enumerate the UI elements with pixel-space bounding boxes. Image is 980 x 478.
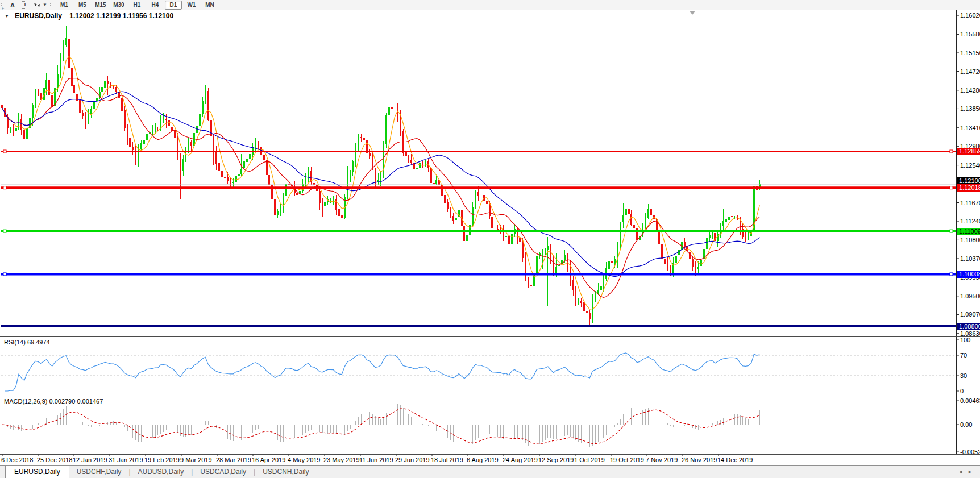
candle-body — [435, 180, 437, 184]
candle-body — [731, 216, 733, 217]
date-axis-label: 28 Mar 2019 — [216, 456, 251, 463]
candle-body — [180, 156, 181, 170]
collapse-arrow-icon[interactable]: ▼ — [5, 14, 9, 19]
candle-body — [394, 109, 396, 109]
candle-body — [90, 109, 92, 114]
candle-body — [564, 255, 566, 260]
hline-anchor — [950, 150, 953, 153]
candle-body — [182, 159, 184, 171]
candle-body — [358, 138, 359, 147]
candle-body — [410, 160, 412, 163]
candle-body — [171, 127, 173, 131]
candle-body — [622, 215, 624, 222]
arrows-tool-button[interactable]: ▼ — [33, 1, 47, 9]
label-tool-button[interactable]: T — [20, 1, 30, 9]
tab-usdcnh[interactable]: USDCNH,Daily — [255, 466, 316, 478]
candle-body — [388, 107, 390, 115]
candle-body — [595, 294, 596, 299]
candle-body — [547, 246, 549, 250]
tab-audusd[interactable]: AUDUSD,Daily — [131, 466, 192, 478]
candle-body — [232, 182, 234, 183]
chart-shift-marker[interactable] — [690, 11, 695, 15]
macd-histogram — [2, 404, 760, 448]
candle-body — [480, 196, 482, 196]
candle-body — [319, 191, 321, 203]
candle-body — [645, 218, 646, 225]
candle-body — [129, 138, 131, 147]
candle-body — [633, 225, 635, 228]
date-axis-label: 26 Nov 2019 — [682, 456, 717, 463]
candle-body — [360, 137, 362, 138]
candle-body — [277, 211, 279, 215]
timeframe-button-W1[interactable]: W1 — [183, 1, 200, 10]
candle-body — [375, 169, 376, 181]
candle-body — [583, 302, 585, 311]
candle-body — [308, 171, 309, 176]
tab-usdchf[interactable]: USDCHF,Daily — [69, 466, 129, 478]
timeframe-button-H4[interactable]: H4 — [147, 1, 164, 10]
mt4-window: F A T ▼ M1M5M15M30H1H4D1W1MN ▼ EURUSD,Da… — [0, 0, 980, 478]
price-tick-label: 1.16020 — [960, 13, 980, 19]
tab-scroll-arrows[interactable]: ◄► — [958, 469, 977, 475]
price-tick-label: 1.11240 — [960, 218, 980, 225]
macd-indicator-label: MACD(12,26,9) 0.002790 0.001467 — [4, 398, 103, 405]
text-tool-icon: A — [10, 2, 15, 9]
candle-body — [452, 216, 454, 221]
timeframe-toolbar: M1M5M15M30H1H4D1W1MN — [55, 1, 219, 10]
timeframe-button-M15[interactable]: M15 — [92, 1, 109, 10]
candle-body — [263, 155, 265, 160]
hline-price-badge: 1.12018 — [957, 184, 980, 192]
candle-body — [647, 209, 649, 218]
date-axis-label: 23 May 2019 — [323, 456, 360, 463]
candle-body — [255, 143, 256, 147]
rsi-scale-label: 0 — [960, 388, 964, 394]
timeframe-button-H1[interactable]: H1 — [128, 1, 146, 10]
candle-body — [333, 199, 334, 200]
tab-usdcad[interactable]: USDCAD,Daily — [193, 466, 254, 478]
candle-body — [614, 259, 616, 263]
candle-body — [355, 147, 356, 161]
timeframe-button-M30[interactable]: M30 — [110, 1, 127, 10]
hline-anchor — [3, 230, 6, 232]
candle-body — [213, 136, 214, 151]
price-tick-label: 1.13850 — [960, 106, 980, 112]
candle-body — [168, 120, 170, 126]
candle-body — [416, 168, 418, 169]
candle-body — [235, 176, 237, 182]
candle-body — [450, 209, 451, 217]
candle-body — [542, 252, 543, 253]
timeframe-button-D1[interactable]: D1 — [165, 1, 182, 10]
candle-body — [38, 91, 39, 93]
candle-body — [734, 217, 736, 217]
candle-body — [352, 161, 354, 172]
timeframe-button-M1[interactable]: M1 — [56, 1, 73, 10]
candle-body — [684, 242, 686, 247]
date-axis-label: 11 Jun 2019 — [359, 456, 393, 463]
candle-body — [65, 38, 67, 46]
candle-body — [553, 259, 554, 275]
timeframe-button-M5[interactable]: M5 — [74, 1, 91, 10]
price-tick-label: 1.10370 — [960, 256, 980, 262]
timeframe-button-MN[interactable]: MN — [201, 1, 218, 10]
date-axis-label: 12 Sep 2019 — [538, 456, 574, 463]
candle-body — [230, 181, 231, 182]
price-chart-canvas[interactable] — [0, 0, 980, 478]
candle-body — [188, 142, 189, 148]
candle-body — [215, 151, 217, 163]
candle-body — [725, 219, 727, 222]
hline-anchor — [3, 273, 6, 276]
timeframe-drag-handle[interactable] — [50, 2, 53, 9]
candle-body — [667, 263, 668, 267]
candle-body — [369, 153, 371, 156]
text-tool-button[interactable]: A — [8, 1, 17, 9]
candle-body — [472, 207, 474, 225]
candle-body — [580, 301, 582, 303]
toolbar-drag-handle[interactable]: F — [1, 2, 4, 9]
date-axis-label: 29 Jun 2019 — [395, 456, 430, 463]
tab-eurusd[interactable]: EURUSD,Daily — [5, 465, 69, 478]
candle-body — [322, 204, 323, 206]
candle-body — [202, 101, 204, 114]
candle-body — [177, 138, 178, 156]
date-axis-label: 19 Oct 2019 — [610, 456, 644, 463]
candle-body — [748, 236, 749, 238]
